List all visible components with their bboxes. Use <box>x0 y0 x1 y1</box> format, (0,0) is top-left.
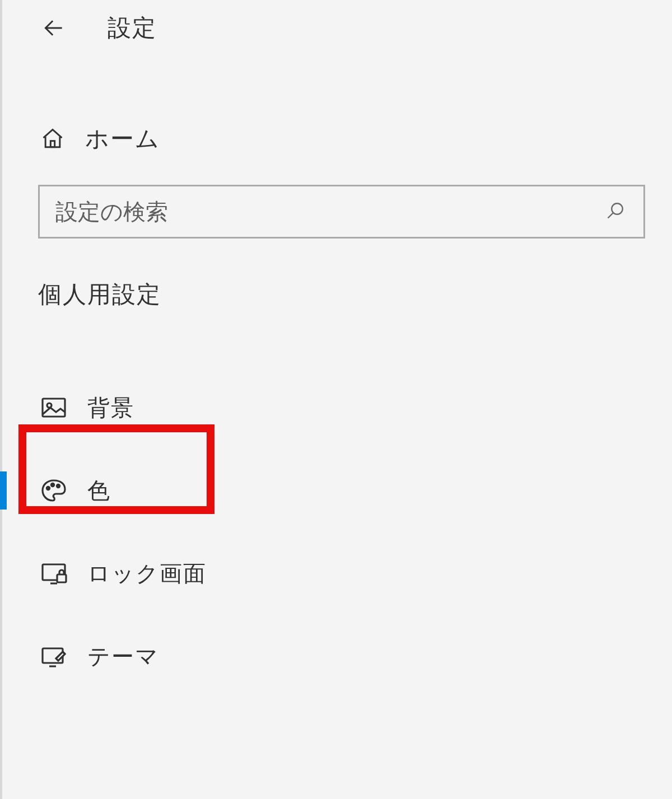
sidebar-item-background[interactable]: 背景 <box>11 366 672 449</box>
category-title: 個人用設定 <box>11 279 672 310</box>
sidebar-item-lockscreen[interactable]: ロック画面 <box>11 532 672 615</box>
nav-home[interactable]: ホーム <box>11 111 672 167</box>
svg-rect-1 <box>50 141 54 147</box>
svg-point-7 <box>51 483 54 486</box>
svg-point-2 <box>612 203 623 214</box>
nav-home-label: ホーム <box>85 123 160 155</box>
search-icon <box>605 200 628 223</box>
sidebar-item-label: 背景 <box>87 393 134 423</box>
theme-icon <box>40 643 67 670</box>
svg-line-3 <box>608 213 613 218</box>
page-title: 設定 <box>108 12 157 44</box>
svg-rect-4 <box>43 399 65 417</box>
search-input[interactable] <box>55 199 605 225</box>
sidebar-item-label: テーマ <box>87 641 159 672</box>
home-icon <box>40 127 65 151</box>
sidebar-item-color[interactable]: 色 <box>11 449 672 532</box>
palette-icon <box>40 477 67 504</box>
sidebar-item-label: ロック画面 <box>87 558 207 589</box>
lockscreen-icon <box>40 560 67 587</box>
back-button[interactable] <box>40 15 67 41</box>
search-box[interactable] <box>38 185 645 239</box>
picture-icon <box>40 394 67 421</box>
sidebar-item-theme[interactable]: テーマ <box>11 615 672 698</box>
svg-point-6 <box>46 487 49 489</box>
sidebar-item-label: 色 <box>87 475 111 506</box>
svg-rect-11 <box>57 574 66 582</box>
svg-point-8 <box>57 484 59 487</box>
